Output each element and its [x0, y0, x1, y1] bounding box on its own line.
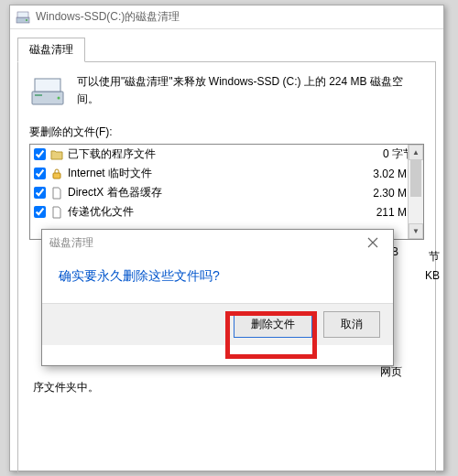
file-name: 已下载的程序文件 — [68, 146, 355, 162]
svg-point-2 — [26, 19, 27, 21]
delete-files-button[interactable]: 删除文件 — [234, 311, 312, 338]
dialog-question: 确实要永久删除这些文件吗? — [42, 255, 393, 303]
close-icon[interactable] — [360, 233, 386, 252]
titlebar[interactable]: Windows-SSD(C:)的磁盘清理 — [10, 5, 443, 29]
disk-drive-icon — [29, 73, 66, 110]
scroll-thumb[interactable] — [410, 160, 421, 197]
dialog-footer: 删除文件 取消 — [42, 303, 393, 345]
file-name: 传递优化文件 — [68, 204, 355, 220]
tab-disk-cleanup[interactable]: 磁盘清理 — [17, 38, 85, 62]
dialog-title: 磁盘清理 — [49, 235, 93, 251]
svg-rect-7 — [53, 173, 60, 178]
file-checkbox[interactable] — [34, 187, 46, 199]
intro-text: 可以使用"磁盘清理"来释放 Windows-SSD (C:) 上的 224 MB… — [77, 73, 424, 108]
file-row[interactable]: 已下载的程序文件 0 字节 — [30, 145, 423, 164]
confirm-dialog: 磁盘清理 确实要永久删除这些文件吗? 删除文件 取消 — [41, 229, 394, 366]
file-row[interactable]: 传递优化文件 211 MB — [30, 202, 423, 222]
svg-rect-5 — [35, 94, 42, 96]
svg-rect-4 — [35, 79, 60, 92]
file-checkbox[interactable] — [34, 168, 46, 179]
scroll-up-icon[interactable]: ▲ — [409, 145, 423, 160]
svg-rect-1 — [17, 12, 28, 17]
files-label: 要删除的文件(F): — [29, 124, 424, 140]
file-checkbox[interactable] — [34, 148, 46, 160]
file-icon — [49, 186, 64, 200]
file-name: Internet 临时文件 — [68, 166, 355, 181]
folder-icon — [49, 147, 64, 162]
svg-point-6 — [58, 97, 60, 100]
dialog-titlebar[interactable]: 磁盘清理 — [42, 230, 393, 255]
file-list: 已下载的程序文件 0 字节 Internet 临时文件 3.02 MB Dire… — [29, 144, 424, 240]
list-scrollbar[interactable]: ▲ ▼ — [408, 145, 423, 239]
overflow-size-fragment: 节 KB — [416, 247, 440, 286]
scroll-down-icon[interactable]: ▼ — [409, 223, 423, 239]
intro-section: 可以使用"磁盘清理"来释放 Windows-SSD (C:) 上的 224 MB… — [29, 73, 424, 110]
file-icon — [49, 205, 64, 220]
file-row[interactable]: Internet 临时文件 3.02 MB — [30, 164, 423, 183]
disk-cleanup-icon — [16, 10, 30, 25]
file-row[interactable]: DirectX 着色器缓存 2.30 MB — [30, 183, 423, 202]
cancel-button[interactable]: 取消 — [323, 311, 380, 338]
file-name: DirectX 着色器缓存 — [68, 185, 355, 200]
description-fragment: 网页 序文件夹中。 — [29, 364, 424, 395]
file-checkbox[interactable] — [34, 206, 46, 218]
window-title: Windows-SSD(C:)的磁盘清理 — [36, 9, 180, 25]
lock-icon — [49, 167, 64, 181]
tab-row: 磁盘清理 — [10, 29, 443, 61]
